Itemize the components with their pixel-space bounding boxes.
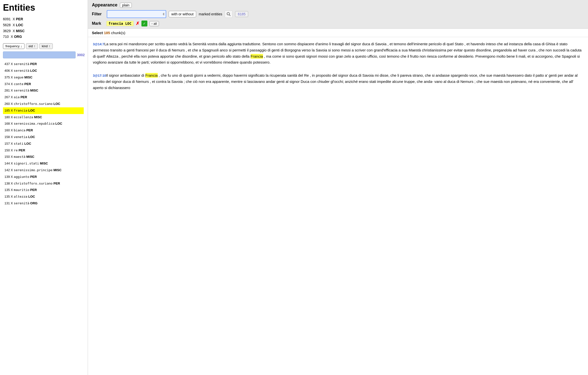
entity-name: bianca xyxy=(14,128,26,132)
sort-button[interactable]: kind ↑ xyxy=(39,43,53,49)
entity-count: 144 X xyxy=(4,162,14,165)
list-item[interactable]: 374 X conte PER xyxy=(3,81,84,88)
sort-button[interactable]: eid ↑ xyxy=(26,43,38,49)
with-or-without-button[interactable]: with or without xyxy=(169,11,196,17)
topbar: Appearance plain Filter ¢ with or withou… xyxy=(88,0,588,29)
list-item[interactable]: 131 X serenità ORG xyxy=(3,200,84,207)
entity-count: 267 X xyxy=(4,95,14,99)
entity-kind: MISC xyxy=(26,155,34,159)
entity-name: altezza xyxy=(14,195,27,198)
chunk-text: Il signor ambasciator di Francia , che f… xyxy=(93,73,578,90)
list-item[interactable]: 135 X mauritio PER xyxy=(3,187,84,193)
entity-count-row: 5628 X LOC xyxy=(3,22,85,28)
entity-count: 281 X xyxy=(4,89,14,92)
entity-name: stati xyxy=(14,142,24,145)
entity-count: 374 X xyxy=(4,82,14,86)
entity-name: maestà xyxy=(14,155,26,159)
entity-kind: LOC xyxy=(24,142,31,145)
entity-kind: MISC xyxy=(53,168,62,172)
list-item[interactable]: 150 X re PER xyxy=(3,147,84,154)
sidebar-search-count: 3002 xyxy=(77,53,85,57)
chunk-ref[interactable]: 3@17:10 xyxy=(93,74,106,77)
list-item[interactable]: 267 X aia PER xyxy=(3,94,84,101)
list-item[interactable]: 138 X christofforo.suriano PER xyxy=(3,180,84,187)
list-item[interactable]: 168 X serenissima.republica LOC xyxy=(3,120,84,127)
entity-name: francia xyxy=(14,109,27,112)
list-item[interactable]: 406 X serenità LOC xyxy=(3,68,84,74)
list-item[interactable]: 144 X signori.stati MISC xyxy=(3,160,84,167)
entity-name: serenissima.republica xyxy=(14,122,54,125)
chunk: 3@17:10Il signor ambasciator di Francia … xyxy=(93,72,583,91)
entity-count: 437 X xyxy=(4,62,14,66)
search-row: 3002 xyxy=(3,51,85,58)
mark-check-button[interactable]: ✓ xyxy=(141,21,147,26)
entity-kind: LOC xyxy=(30,69,37,72)
search-icon xyxy=(227,12,231,16)
entity-name: re xyxy=(14,148,18,152)
entity-kind: PER xyxy=(26,128,33,132)
search-icon-button[interactable] xyxy=(225,10,233,18)
entity-count: 180 X xyxy=(4,115,14,119)
entity-name: eccellenza xyxy=(14,115,33,119)
content-area[interactable]: 3@14:7La sera poi mi mandorono per scrit… xyxy=(88,37,588,375)
entity-kind: PER xyxy=(21,95,27,99)
entity-kind: PER xyxy=(24,82,31,86)
list-item[interactable]: 185 X francia LOC xyxy=(3,107,84,114)
sidebar: Entities 6091 X PER5628 X LOC3629 X MISC… xyxy=(0,0,88,375)
list-item[interactable]: 260 X christofforo.suriano LOC xyxy=(3,101,84,107)
chunk-ref[interactable]: 3@14:7 xyxy=(93,42,104,46)
mark-x-button[interactable]: ✗ xyxy=(136,21,139,26)
entity-name: christofforo.suriano xyxy=(14,182,53,185)
entity-kind: LOC xyxy=(53,102,60,106)
svg-line-1 xyxy=(229,15,231,16)
list-item[interactable]: 150 X maestà MISC xyxy=(3,154,84,160)
filter-cent-icon[interactable]: ¢ xyxy=(163,12,165,16)
entity-count: 168 X xyxy=(4,122,14,125)
list-item[interactable]: 160 X bianca PER xyxy=(3,127,84,134)
entity-name: aia xyxy=(14,95,20,99)
chunk-before: Il signor ambasciator di xyxy=(106,73,145,77)
entity-count-row: 6091 X PER xyxy=(3,16,85,22)
main-panel: Appearance plain Filter ¢ with or withou… xyxy=(88,0,588,375)
marked-entities-text: marked entities xyxy=(199,12,222,16)
sidebar-search-input[interactable] xyxy=(3,51,76,58)
filter-row: Filter ¢ with or without marked entities… xyxy=(92,10,584,18)
plain-badge[interactable]: plain xyxy=(120,3,132,8)
entity-kind: MISC xyxy=(24,75,32,79)
mark-tag[interactable]: francia LOC xyxy=(106,21,134,26)
list-item[interactable]: 139 X aggiunto PER xyxy=(3,174,84,180)
all-button[interactable]: ◦ all xyxy=(149,21,159,26)
entity-kind: LOC xyxy=(28,195,35,198)
entity-count-row: 3629 X MISC xyxy=(3,28,85,34)
list-item[interactable]: 135 X altezza LOC xyxy=(3,193,84,200)
entity-name: serenità xyxy=(14,69,29,72)
list-item[interactable]: 158 X venetia LOC xyxy=(3,134,84,141)
entity-count: 139 X xyxy=(4,175,14,179)
entity-count: 135 X xyxy=(4,195,14,198)
list-item[interactable]: 142 X serenissimo.principe MISC xyxy=(3,167,84,174)
chunk-after: , che fu uno di questi giorni a vedermi,… xyxy=(93,73,578,90)
list-item[interactable]: 437 X serenità PER xyxy=(3,61,84,68)
filter-count-badge: 6185 xyxy=(235,11,248,17)
list-item[interactable]: 281 X serenità MISC xyxy=(3,87,84,94)
entity-kind: PER xyxy=(30,62,37,66)
entity-kind: PER xyxy=(30,188,37,192)
filter-input[interactable] xyxy=(108,11,163,17)
appearance-row: Appearance plain xyxy=(92,2,584,8)
sort-button[interactable]: frequency ↓ xyxy=(3,43,25,49)
entity-kind: MISC xyxy=(40,162,48,165)
list-item[interactable]: 375 X segue MISC xyxy=(3,74,84,81)
entity-count: 142 X xyxy=(4,168,14,172)
entity-count: 138 X xyxy=(4,182,14,185)
sidebar-title: Entities xyxy=(3,2,85,13)
entity-kind: PER xyxy=(30,175,37,179)
list-item[interactable]: 157 X stati LOC xyxy=(3,141,84,147)
entity-count: 135 X xyxy=(4,188,14,192)
highlight: Francia xyxy=(145,73,158,78)
entity-kind: MISC xyxy=(34,115,42,119)
list-item[interactable]: 180 X eccellenza MISC xyxy=(3,114,84,121)
entity-name: serenissimo.principe xyxy=(14,168,53,172)
chunk: 3@14:7La sera poi mi mandorono per scrit… xyxy=(93,41,583,66)
highlight: Francia xyxy=(251,54,263,59)
entity-name: christofforo.suriano xyxy=(14,102,53,106)
